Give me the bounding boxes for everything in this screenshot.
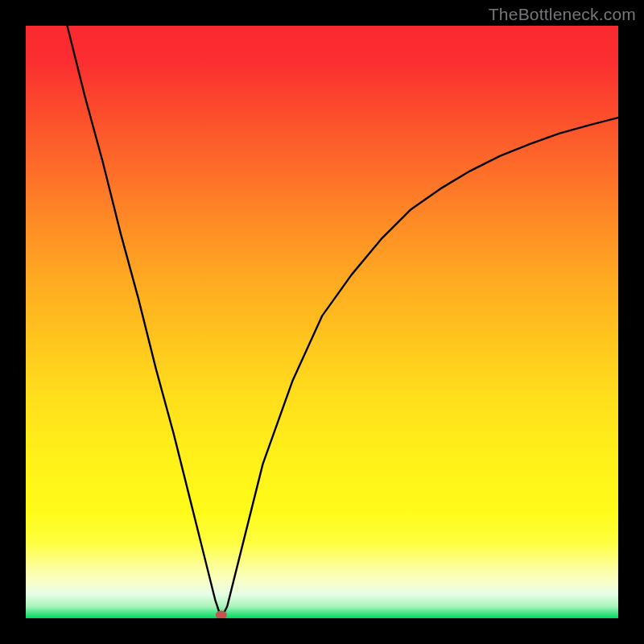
bottleneck-curve [68, 26, 618, 618]
watermark-label: TheBottleneck.com [489, 5, 636, 24]
chart-canvas: TheBottleneck.com [0, 0, 644, 644]
plot-area [26, 26, 618, 618]
curve-layer [26, 26, 618, 618]
